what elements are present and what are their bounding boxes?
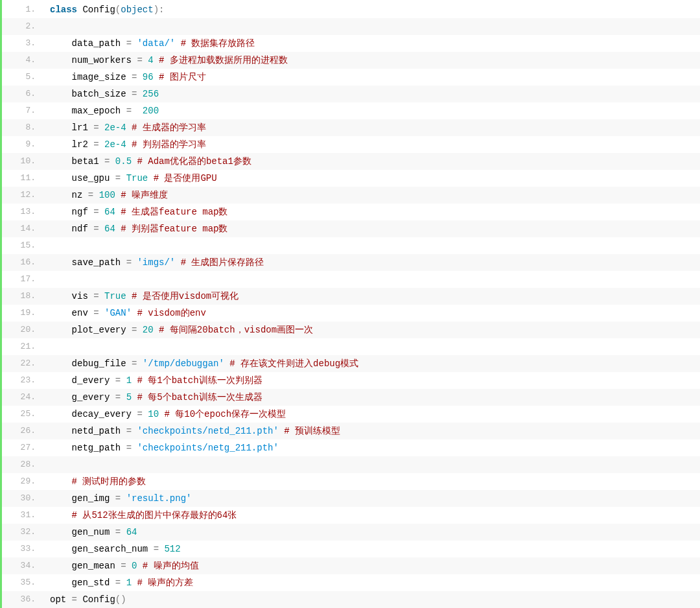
- code-line: 26. netd_path = 'checkpoints/netd_211.pt…: [2, 423, 700, 439]
- token-p: [175, 257, 180, 268]
- token-op: =: [132, 72, 143, 82]
- code-line: 23. d_every = 1 # 每1个batch训练一次判别器: [2, 372, 700, 389]
- token-id: plot_every: [72, 325, 132, 335]
- line-number: 26.: [2, 423, 42, 439]
- line-number: 15.: [2, 237, 42, 254]
- code-line: 5. image_size = 96 # 图片尺寸: [2, 69, 700, 86]
- token-c: # Adam优化器的beta1参数: [137, 156, 251, 167]
- token-p: [50, 89, 72, 99]
- token-p: [50, 55, 72, 65]
- code-line: 10. beta1 = 0.5 # Adam优化器的beta1参数: [2, 153, 700, 170]
- line-number: 32.: [2, 524, 42, 541]
- line-number: 4.: [2, 52, 42, 69]
- token-p: [50, 493, 72, 504]
- code-line: 6. batch_size = 256: [2, 86, 700, 102]
- code-source: opt = Config(): [42, 591, 126, 608]
- token-n: 2e-4: [104, 123, 126, 133]
- token-p: [50, 156, 72, 167]
- line-number: 30.: [2, 490, 42, 507]
- token-id: lr1: [72, 123, 94, 133]
- code-line: 2.: [2, 18, 700, 35]
- token-id: gen_mean: [72, 561, 121, 571]
- code-line: 29. # 测试时用的参数: [2, 473, 700, 490]
- token-id: netg_path: [72, 443, 126, 453]
- token-n: 64: [104, 207, 115, 217]
- token-id: gen_search_num: [72, 544, 154, 554]
- code-source: gen_img = 'result.png': [42, 490, 191, 507]
- token-n: 100: [99, 190, 115, 200]
- line-number: 36.: [2, 591, 42, 608]
- token-op: =: [137, 409, 148, 419]
- code-source: data_path = 'data/' # 数据集存放路径: [42, 35, 255, 52]
- code-line: 24. g_every = 5 # 每5个batch训练一次生成器: [2, 389, 700, 406]
- token-p: [50, 72, 72, 82]
- line-number: 21.: [2, 338, 42, 355]
- token-s: 'data/': [137, 38, 175, 49]
- code-source: ngf = 64 # 生成器feature map数: [42, 204, 228, 220]
- token-op: =: [137, 55, 148, 65]
- token-c: # 每5个batch训练一次生成器: [137, 392, 262, 403]
- line-number: 24.: [2, 389, 42, 406]
- token-n: 64: [126, 527, 137, 537]
- code-line: 34. gen_mean = 0 # 噪声的均值: [2, 557, 700, 574]
- token-p: [50, 561, 72, 571]
- token-op: =: [126, 443, 137, 453]
- line-number: 20.: [2, 322, 42, 338]
- code-line: 36.opt = Config(): [2, 591, 700, 608]
- token-op: =: [104, 156, 115, 167]
- token-p: (: [115, 5, 121, 15]
- token-c: # 多进程加载数据所用的进程数: [159, 55, 288, 65]
- token-p: [148, 173, 153, 183]
- token-s: 'checkpoints/netd_211.pth': [137, 426, 278, 436]
- token-p: [50, 375, 72, 386]
- token-n: 4: [148, 55, 153, 65]
- line-number: 23.: [2, 372, 42, 389]
- token-c: # 每10个epoch保存一次模型: [164, 409, 286, 419]
- line-number: 7.: [2, 102, 42, 119]
- token-p: [50, 308, 72, 318]
- token-id: image_size: [72, 72, 132, 82]
- token-n: 96: [143, 72, 154, 82]
- token-op: =: [126, 106, 143, 116]
- token-c: # 噪声的均值: [143, 561, 199, 571]
- token-p: [50, 325, 72, 335]
- token-n: True: [104, 291, 126, 301]
- token-n: 1: [126, 578, 132, 588]
- line-number: 35.: [2, 574, 42, 591]
- token-id: beta1: [72, 156, 104, 167]
- line-number: 28.: [2, 456, 42, 473]
- code-line: 21.: [2, 338, 700, 355]
- code-line: 16. save_path = 'imgs/' # 生成图片保存路径: [2, 254, 700, 271]
- token-s: 'checkpoints/netg_211.pth': [137, 443, 278, 453]
- token-p: [137, 561, 142, 571]
- token-id: data_path: [72, 38, 126, 49]
- line-number: 12.: [2, 187, 42, 204]
- line-number: 18.: [2, 288, 42, 305]
- token-op: =: [132, 358, 143, 369]
- token-op: =: [93, 308, 104, 318]
- token-p: (): [115, 594, 126, 605]
- line-number: 3.: [2, 35, 42, 52]
- token-id: use_gpu: [72, 173, 115, 183]
- line-number: 25.: [2, 406, 42, 423]
- line-number: 16.: [2, 254, 42, 271]
- code-line: 22. debug_file = '/tmp/debuggan' # 存在该文件…: [2, 355, 700, 372]
- token-cn: object: [121, 5, 153, 15]
- code-line: 3. data_path = 'data/' # 数据集存放路径: [2, 35, 700, 52]
- line-number: 13.: [2, 204, 42, 220]
- token-n: 512: [164, 544, 180, 554]
- token-n: 1: [126, 375, 132, 386]
- code-source: max_epoch = 200: [42, 102, 159, 119]
- token-p: [154, 72, 159, 82]
- code-source: netd_path = 'checkpoints/netd_211.pth' #…: [42, 423, 340, 439]
- code-source: debug_file = '/tmp/debuggan' # 存在该文件则进入d…: [42, 355, 358, 372]
- token-c: # 预训练模型: [284, 426, 340, 436]
- token-p: [50, 257, 72, 268]
- code-line: 15.: [2, 237, 700, 254]
- code-line: 27. netg_path = 'checkpoints/netg_211.pt…: [2, 439, 700, 456]
- token-id: save_path: [72, 257, 126, 268]
- code-source: batch_size = 256: [42, 86, 159, 102]
- token-p: [50, 409, 72, 419]
- code-source: num_workers = 4 # 多进程加载数据所用的进程数: [42, 52, 288, 69]
- line-number: 8.: [2, 119, 42, 136]
